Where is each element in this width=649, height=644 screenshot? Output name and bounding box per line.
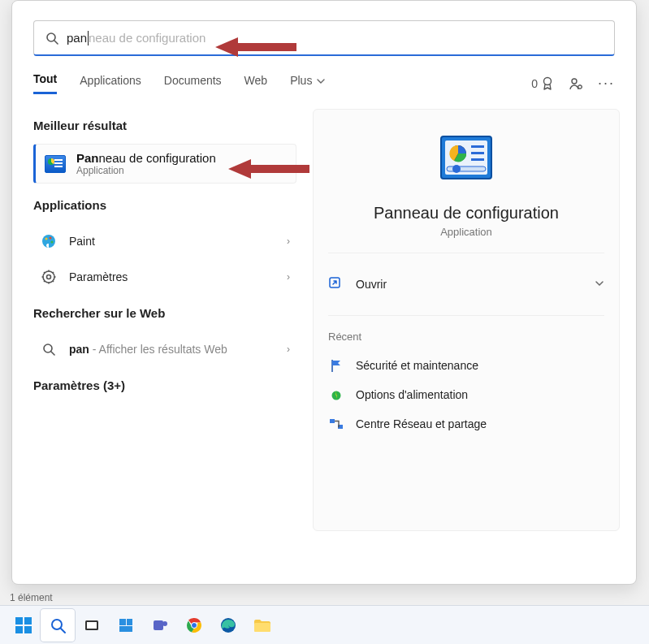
preview-card: Panneau de configuration Application Ouv… bbox=[313, 109, 620, 531]
start-button[interactable] bbox=[6, 609, 41, 642]
rewards-button[interactable]: 0 bbox=[531, 76, 554, 91]
svg-rect-53 bbox=[254, 623, 270, 632]
app-item-label: Paint bbox=[69, 235, 287, 248]
teams-icon bbox=[151, 616, 169, 634]
chevron-down-icon bbox=[317, 77, 325, 85]
svg-point-6 bbox=[45, 238, 48, 240]
folder-icon bbox=[253, 616, 272, 634]
widgets-button[interactable] bbox=[109, 609, 143, 642]
open-icon bbox=[328, 276, 344, 292]
network-icon bbox=[328, 416, 344, 432]
recent-item-power[interactable]: Options d'alimentation bbox=[328, 380, 604, 409]
chevron-right-icon: › bbox=[287, 344, 290, 355]
rewards-count: 0 bbox=[531, 77, 538, 90]
recent-item-security[interactable]: Sécurité et maintenance bbox=[328, 351, 604, 380]
search-icon bbox=[45, 32, 58, 45]
recent-item-label: Options d'alimentation bbox=[356, 388, 468, 401]
recent-item-label: Sécurité et maintenance bbox=[356, 359, 478, 372]
search-web-heading: Rechercher sur le Web bbox=[33, 306, 296, 320]
recent-item-network[interactable]: Centre Réseau et partage bbox=[328, 409, 604, 439]
flag-icon bbox=[328, 357, 344, 374]
tab-all[interactable]: Tout bbox=[33, 72, 57, 94]
svg-rect-46 bbox=[119, 626, 132, 632]
filter-tabs: Tout Applications Documents Web Plus 0 ·… bbox=[12, 56, 636, 94]
chevron-right-icon: › bbox=[287, 236, 290, 247]
svg-point-3 bbox=[572, 79, 577, 84]
svg-rect-26 bbox=[471, 158, 484, 161]
power-icon bbox=[328, 387, 344, 403]
chevron-down-icon[interactable] bbox=[595, 277, 604, 292]
taskbar-teams-button[interactable] bbox=[143, 609, 177, 642]
chrome-icon bbox=[185, 616, 203, 634]
svg-rect-45 bbox=[127, 619, 132, 625]
best-match-subtitle: Application bbox=[76, 165, 216, 176]
svg-point-10 bbox=[47, 275, 51, 279]
svg-rect-32 bbox=[330, 419, 335, 423]
search-input[interactable]: panneau de configuration bbox=[33, 20, 615, 56]
svg-line-17 bbox=[44, 281, 45, 282]
start-search-panel: panneau de configuration Tout Applicatio… bbox=[11, 0, 637, 585]
tab-more[interactable]: Plus bbox=[290, 74, 325, 93]
tab-documents[interactable]: Documents bbox=[164, 74, 222, 93]
taskview-icon bbox=[83, 616, 101, 634]
svg-rect-43 bbox=[87, 622, 97, 629]
taskbar-explorer-button[interactable] bbox=[245, 609, 279, 642]
preview-column: Panneau de configuration Application Ouv… bbox=[305, 94, 636, 584]
settings-heading: Paramètres (3+) bbox=[33, 378, 296, 392]
svg-rect-36 bbox=[15, 617, 23, 625]
edge-icon bbox=[219, 616, 237, 634]
svg-rect-25 bbox=[471, 152, 484, 154]
preview-title: Panneau de configuration bbox=[328, 204, 604, 223]
svg-rect-39 bbox=[24, 626, 32, 633]
svg-line-16 bbox=[53, 281, 54, 282]
task-view-button[interactable] bbox=[75, 609, 109, 642]
chevron-right-icon: › bbox=[287, 271, 290, 283]
tab-web[interactable]: Web bbox=[244, 74, 268, 93]
svg-point-28 bbox=[452, 165, 461, 173]
svg-line-1 bbox=[54, 41, 58, 44]
svg-rect-24 bbox=[471, 145, 484, 148]
svg-rect-38 bbox=[15, 626, 23, 633]
gear-icon bbox=[40, 268, 58, 286]
app-item-settings[interactable]: Paramètres › bbox=[33, 259, 296, 295]
svg-point-4 bbox=[578, 84, 582, 88]
preview-subtitle: Application bbox=[328, 226, 604, 238]
svg-rect-44 bbox=[119, 619, 126, 625]
app-item-paint[interactable]: Paint › bbox=[33, 223, 296, 259]
search-typed: pan bbox=[67, 31, 87, 45]
taskbar-edge-button[interactable] bbox=[211, 609, 245, 642]
recent-item-label: Centre Réseau et partage bbox=[356, 417, 487, 430]
explorer-status-text: 1 élément bbox=[10, 592, 53, 603]
svg-point-7 bbox=[50, 237, 52, 240]
search-icon bbox=[49, 616, 67, 634]
svg-point-40 bbox=[52, 620, 62, 629]
best-match-heading: Meilleur résultat bbox=[33, 119, 296, 132]
svg-line-15 bbox=[44, 272, 45, 273]
svg-line-41 bbox=[61, 629, 65, 633]
svg-rect-37 bbox=[24, 617, 32, 625]
medal-icon bbox=[541, 76, 554, 91]
taskbar-chrome-button[interactable] bbox=[177, 609, 211, 642]
applications-heading: Applications bbox=[33, 198, 296, 212]
svg-rect-47 bbox=[154, 620, 163, 630]
best-match-title: Panneau de configuration bbox=[76, 151, 216, 165]
open-label: Ouvrir bbox=[356, 278, 595, 291]
windows-icon bbox=[14, 616, 33, 635]
svg-point-2 bbox=[543, 77, 551, 84]
svg-line-18 bbox=[53, 272, 54, 273]
open-action[interactable]: Ouvrir bbox=[328, 268, 604, 300]
svg-point-48 bbox=[162, 621, 167, 626]
taskbar bbox=[0, 605, 649, 644]
more-options-button[interactable]: ··· bbox=[598, 75, 615, 92]
account-button[interactable] bbox=[569, 76, 583, 90]
search-suggestion-ghost: neau de configuration bbox=[89, 31, 206, 45]
tab-applications[interactable]: Applications bbox=[80, 74, 141, 93]
control-panel-icon bbox=[44, 153, 67, 175]
svg-line-20 bbox=[51, 352, 54, 355]
app-item-label: Paramètres bbox=[69, 270, 287, 283]
best-match-item[interactable]: Panneau de configuration Application bbox=[33, 144, 296, 184]
web-search-item[interactable]: pan - Afficher les résultats Web › bbox=[33, 331, 296, 367]
widgets-icon bbox=[117, 616, 135, 634]
taskbar-search-button[interactable] bbox=[41, 609, 75, 642]
searchbar-wrap: panneau de configuration bbox=[12, 1, 636, 56]
